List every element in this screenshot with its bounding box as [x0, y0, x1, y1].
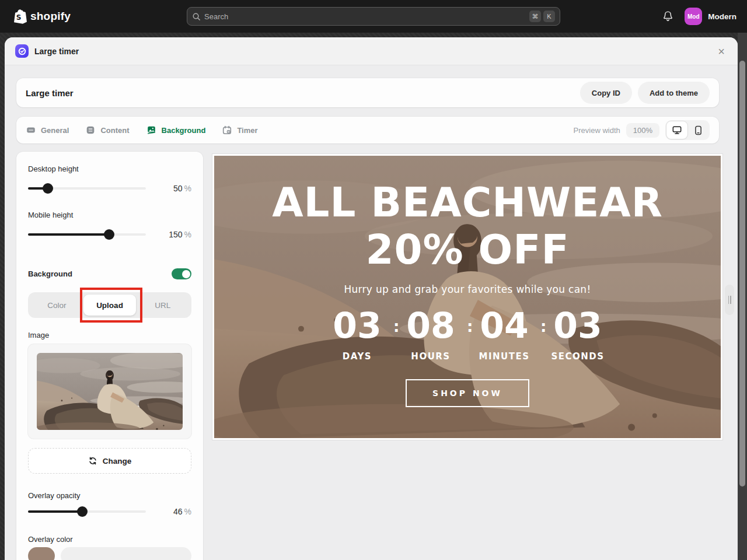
svg-text:S: S: [16, 13, 22, 22]
change-image-button[interactable]: Change: [28, 448, 191, 474]
settings-sidebar: Desktop height 50% Mobile height 150%: [16, 152, 203, 560]
shortcut-k-key: K: [543, 10, 555, 22]
overlay-opacity-value: 46%: [173, 507, 191, 516]
shopify-bag-icon: S: [13, 9, 27, 24]
image-upload-box[interactable]: [28, 344, 191, 439]
countdown-minutes: 04 MINUTES: [468, 308, 540, 362]
admin-topbar: S shopify Search ⌘ K Mod Modern: [0, 0, 747, 33]
content-lines-icon: [85, 125, 96, 135]
preview-resize-handle[interactable]: [725, 285, 734, 315]
brand-wordmark: shopify: [30, 10, 71, 23]
overlay-color-swatch[interactable]: [28, 547, 55, 560]
tab-general[interactable]: General: [26, 125, 69, 135]
source-option-url[interactable]: URL: [136, 295, 189, 316]
uploaded-image-thumbnail: [37, 353, 183, 430]
tab-label: Timer: [237, 126, 257, 135]
desktop-preview-button[interactable]: [666, 121, 687, 139]
mobile-height-value: 150%: [169, 230, 191, 239]
countdown-app-icon: [15, 44, 29, 58]
copy-id-button[interactable]: Copy ID: [580, 82, 632, 104]
add-to-theme-button[interactable]: Add to theme: [638, 82, 710, 104]
mobile-preview-button[interactable]: [687, 121, 708, 139]
background-toggle[interactable]: [172, 268, 191, 279]
shopify-logo[interactable]: S shopify: [13, 9, 71, 24]
source-option-color[interactable]: Color: [30, 295, 83, 316]
overlay-color-input[interactable]: [61, 547, 191, 560]
desktop-height-label: Desktop height: [28, 164, 191, 173]
overlay-opacity-slider[interactable]: [28, 506, 146, 517]
tab-content[interactable]: Content: [85, 125, 129, 135]
desktop-height-value: 50%: [173, 184, 191, 193]
tab-label: Content: [100, 126, 129, 135]
overlay-opacity-label: Overlay opacity: [28, 491, 191, 500]
preview-width-value: 100%: [626, 123, 659, 138]
page-title: Large timer: [26, 88, 74, 98]
modal-title: Large timer: [34, 47, 79, 56]
search-placeholder: Search: [204, 12, 527, 21]
preview-width-label: Preview width: [574, 126, 620, 135]
refresh-icon: [88, 456, 97, 466]
shop-now-button[interactable]: SHOP NOW: [406, 379, 529, 407]
overlay-color-label: Overlay color: [28, 535, 191, 544]
countdown-timer: 03 DAYS : 08 HOURS : 04 MINUTES : 03 SEC…: [321, 308, 614, 362]
slider-thumb[interactable]: [43, 183, 53, 194]
tab-background[interactable]: Background: [146, 125, 206, 135]
banner-headline-line2: 20% OFF: [365, 226, 569, 274]
app-modal: Large timer × Large timer Copy ID Add to…: [5, 37, 738, 560]
source-option-upload[interactable]: Upload: [83, 295, 137, 316]
modal-header: Large timer ×: [5, 37, 738, 65]
search-icon: [192, 12, 201, 21]
background-image-icon: [146, 125, 157, 135]
page-scrollbar[interactable]: [738, 33, 747, 560]
countdown-days: 03 DAYS: [321, 308, 393, 362]
timer-calendar-icon: [222, 125, 232, 135]
title-bar: Large timer Copy ID Add to theme: [16, 78, 719, 107]
change-button-label: Change: [103, 457, 132, 466]
tab-label: Background: [162, 126, 206, 135]
tab-timer[interactable]: Timer: [222, 125, 257, 135]
tab-bar: General Content Background: [16, 117, 719, 144]
store-avatar[interactable]: Mod: [685, 8, 702, 25]
desktop-height-slider[interactable]: [28, 183, 146, 194]
mobile-icon: [694, 125, 702, 135]
notification-bell-icon[interactable]: [662, 10, 674, 23]
mobile-height-slider[interactable]: [28, 229, 146, 240]
mobile-height-label: Mobile height: [28, 211, 191, 219]
search-input[interactable]: Search ⌘ K: [187, 7, 560, 26]
background-section-label: Background: [28, 270, 72, 278]
device-preview-switch: [665, 120, 710, 140]
countdown-hours: 08 HOURS: [395, 308, 467, 362]
slider-thumb[interactable]: [77, 506, 88, 517]
banner-preview: ALL BEACHWEAR 20% OFF Hurry up and grab …: [212, 154, 722, 440]
scrollbar-thumb[interactable]: [739, 61, 745, 487]
close-icon[interactable]: ×: [715, 43, 727, 60]
tab-label: General: [41, 126, 69, 135]
slider-thumb[interactable]: [104, 229, 114, 240]
banner-headline-line1: ALL BEACHWEAR: [272, 179, 663, 226]
desktop-icon: [672, 125, 682, 135]
image-label: Image: [28, 331, 191, 340]
countdown-seconds: 03 SECONDS: [542, 308, 614, 362]
banner-subtitle: Hurry up and grab your favorites while y…: [344, 284, 591, 295]
background-source-segmented: Color Upload URL: [28, 292, 191, 318]
general-card-icon: [26, 125, 36, 135]
shortcut-cmd-key: ⌘: [529, 10, 541, 22]
store-name[interactable]: Modern: [708, 12, 736, 21]
